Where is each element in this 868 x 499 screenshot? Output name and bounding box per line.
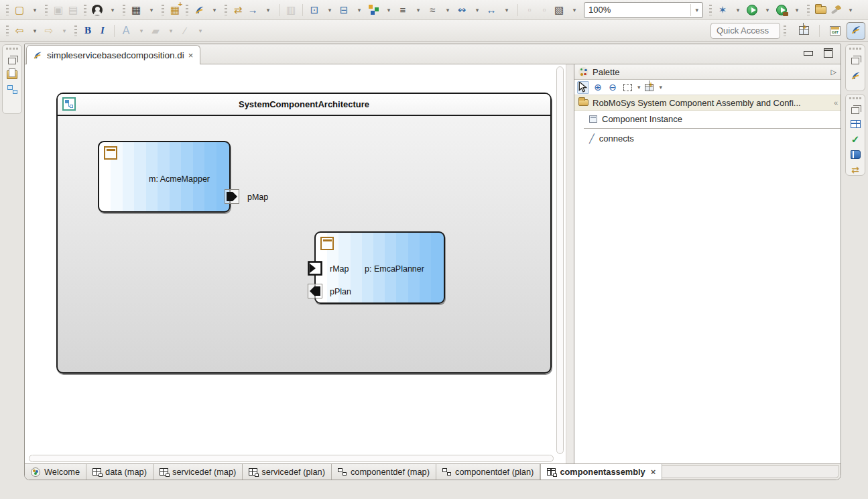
autosize-button[interactable]: ▫ [522, 2, 537, 18]
page-tab-componentassembly[interactable]: componentassembly × [540, 463, 662, 480]
routing-button[interactable]: ↭ [454, 2, 469, 18]
fill-color-dropdown[interactable]: ▾ [163, 23, 178, 39]
restore-views-icon[interactable] [8, 58, 16, 64]
page-tab-servicedef-map[interactable]: servicedef (map) [153, 464, 243, 480]
restore-views-icon[interactable] [851, 107, 859, 114]
forward-button[interactable]: ⇨ [42, 23, 56, 39]
port-pplan[interactable] [308, 284, 322, 298]
new-view-dropdown[interactable]: ▾ [143, 2, 158, 18]
canvas-horizontal-scrollbar[interactable] [29, 455, 554, 462]
align-dropdown[interactable]: ▾ [351, 2, 366, 18]
text-align-dropdown[interactable]: ▾ [410, 2, 425, 18]
zoom-select-dropdown[interactable]: ▾ [566, 2, 581, 18]
line-style-dropdown[interactable]: ▾ [192, 23, 207, 39]
marquee-tool[interactable] [621, 81, 633, 94]
open-folder-button[interactable] [813, 2, 828, 18]
debug-button[interactable]: ✶ [715, 2, 730, 18]
font-button[interactable]: A [119, 23, 133, 39]
minimize-icon[interactable] [803, 48, 812, 56]
user-button[interactable] [90, 2, 105, 18]
fill-color-button[interactable]: ▰ [148, 23, 163, 39]
filters-dropdown[interactable]: ▾ [440, 2, 454, 18]
arrange-dropdown[interactable]: ▾ [322, 2, 336, 18]
page-tab-close-icon[interactable]: × [651, 467, 656, 477]
debug-dropdown[interactable]: ▾ [730, 2, 745, 18]
distribute-button[interactable] [366, 2, 381, 18]
page-tab-componentdef-plan[interactable]: componentdef (plan) [436, 464, 540, 480]
toolbar-grip[interactable] [709, 5, 712, 15]
copy-diagram-button[interactable]: ▥ [284, 2, 298, 18]
quick-access-input[interactable] [710, 23, 780, 39]
note-tool[interactable] [643, 81, 656, 94]
arrange-button[interactable]: ⊡ [307, 2, 322, 18]
model-explorer-icon[interactable] [7, 85, 17, 94]
palette-expand-icon[interactable]: ▷ [831, 68, 836, 76]
run-dropdown[interactable]: ▾ [759, 2, 774, 18]
back-dropdown[interactable]: ▾ [27, 23, 42, 39]
page-tab-data-map[interactable]: data (map) [86, 464, 153, 480]
zoom-out-tool[interactable]: ⊖ [607, 81, 619, 94]
strip-grip[interactable] [849, 97, 861, 99]
component-acmemapper[interactable]: m: AcmeMapper [98, 141, 231, 213]
font-dropdown[interactable]: ▾ [133, 23, 148, 39]
distribute-dropdown[interactable]: ▾ [381, 2, 395, 18]
italic-button[interactable]: I [95, 23, 110, 39]
resize-width-button[interactable]: ↔ [484, 2, 499, 18]
text-align-button[interactable]: ≡ [395, 2, 410, 18]
align-button[interactable]: ⊟ [336, 2, 351, 18]
palette-item-connects[interactable]: ╱ connects [574, 130, 841, 146]
match-size-button[interactable]: ▫ [537, 2, 552, 18]
save-all-button[interactable]: ▤ [66, 2, 80, 18]
palette-drawer[interactable]: RobMoSys System Component Assembly and C… [574, 95, 841, 111]
format-brush-button[interactable] [828, 2, 843, 18]
editor-tab[interactable]: simpleservicebasedcomposition.di × [26, 45, 200, 64]
toolbar-grip[interactable] [784, 25, 786, 36]
restore-views-icon[interactable] [851, 58, 859, 64]
run-button[interactable] [745, 2, 759, 18]
papyrus-view-icon[interactable] [850, 70, 861, 81]
page-tab-componentdef-map[interactable]: componentdef (map) [332, 464, 436, 480]
diagram-frame[interactable]: SystemComponentArchitecture m: AcmeMappe… [56, 93, 552, 374]
component-emcaplanner[interactable]: rMap p: EmcaPlanner pPlan [314, 231, 445, 304]
new-view-button[interactable]: ▦ [129, 2, 143, 18]
toolbar-grip[interactable] [162, 5, 164, 15]
strip-grip[interactable] [6, 48, 18, 50]
new-table-button[interactable]: ▦ [168, 2, 182, 18]
run-profile-button[interactable] [774, 2, 789, 18]
save-button[interactable]: ▣ [51, 2, 66, 18]
sync-button[interactable]: ⇄ [231, 2, 245, 18]
toolbar-grip[interactable] [186, 5, 188, 15]
properties-view-icon[interactable] [851, 120, 861, 128]
strip-grip[interactable] [849, 48, 861, 50]
bold-button[interactable]: B [80, 23, 95, 39]
line-style-button[interactable]: ∕ [178, 23, 192, 39]
maximize-icon[interactable] [823, 48, 832, 56]
port-pmap[interactable] [225, 189, 239, 204]
toolbar-grip[interactable] [807, 5, 810, 15]
format-brush-dropdown[interactable]: ▾ [843, 2, 857, 18]
toolbar-grip[interactable] [74, 25, 77, 36]
zoom-in-tool[interactable]: ⊕ [592, 81, 604, 94]
resize-width-dropdown[interactable]: ▾ [499, 2, 513, 18]
port-rmap[interactable] [308, 261, 322, 276]
open-perspective-button[interactable] [796, 23, 811, 39]
papyrus-dropdown[interactable]: ▾ [206, 2, 221, 18]
user-dropdown[interactable]: ▾ [105, 2, 119, 18]
drawer-pin-icon[interactable]: « [834, 99, 836, 107]
palette-header[interactable]: Palette ▷ [574, 64, 841, 80]
zoom-select-button[interactable]: ▧ [552, 2, 566, 18]
toolbar-grip[interactable] [123, 5, 125, 15]
palette-item-component-instance[interactable]: Component Instance [574, 111, 841, 127]
project-explorer-icon[interactable] [7, 70, 17, 79]
zoom-combo[interactable]: 100% ▾ [584, 2, 703, 18]
select-tool[interactable] [577, 81, 589, 94]
canvas-vertical-scrollbar[interactable] [556, 66, 564, 454]
filters-button[interactable]: ≈ [425, 2, 440, 18]
validation-view-icon[interactable]: ✓ [851, 134, 860, 144]
forward-dropdown[interactable]: ▾ [56, 23, 71, 39]
git-perspective-button[interactable]: GIT [828, 23, 843, 39]
papyrus-button[interactable] [192, 2, 206, 18]
navigate-button[interactable]: → [245, 2, 260, 18]
toolbar-grip[interactable] [6, 5, 9, 15]
toolbar-grip[interactable] [225, 5, 227, 15]
